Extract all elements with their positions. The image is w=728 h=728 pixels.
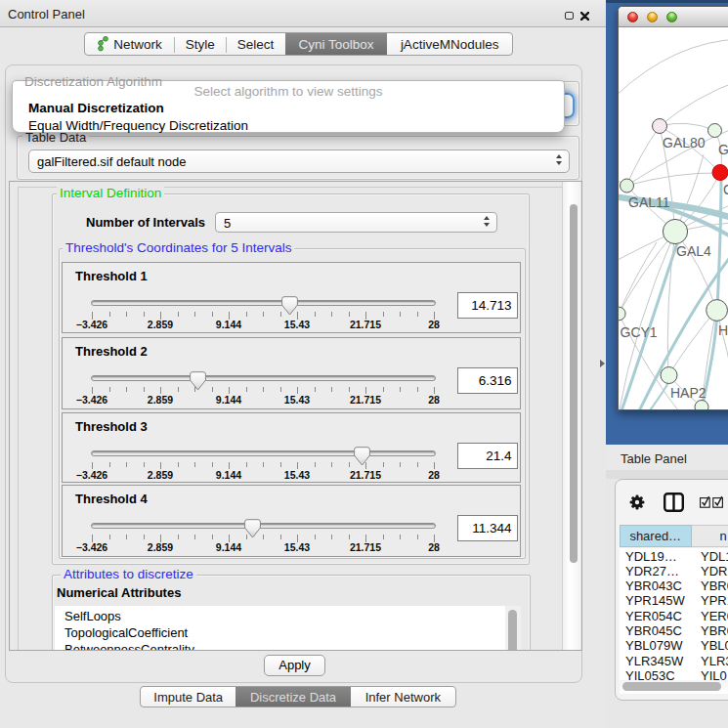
svg-text:GAL80: GAL80 [663,135,706,150]
svg-text:H: H [718,322,728,338]
svg-text:C: C [723,182,728,197]
svg-text:GAL11: GAL11 [628,194,670,210]
svg-text:GA: GA [718,142,728,157]
svg-text:GCY1: GCY1 [621,324,658,340]
svg-text:HAP2: HAP2 [670,385,707,401]
svg-text:GAL4: GAL4 [676,243,711,259]
